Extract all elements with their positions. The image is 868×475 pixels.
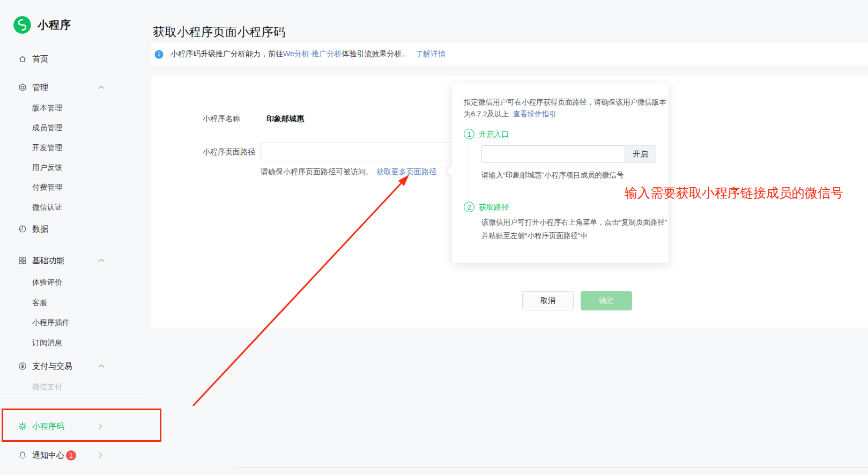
brand: 小程序 xyxy=(13,16,71,34)
sidebar-item-label: 小程序码 xyxy=(32,421,64,432)
sidebar-item-label: 版本管理 xyxy=(32,103,62,113)
sidebar-item-member-manage[interactable]: 成员管理 xyxy=(0,122,151,135)
sidebar-item-label: 小程序插件 xyxy=(32,318,70,328)
miniprogram-console-page: 小程序 首页 管理 版本管理 成员管理 开发管理 用户反馈 付费管理 微信认证 xyxy=(0,0,868,475)
step2-number: 2 xyxy=(464,202,474,212)
chevron-up-icon[interactable] xyxy=(98,258,105,263)
sidebar-item-label: 管理 xyxy=(32,83,48,93)
miniprogram-logo-icon xyxy=(13,16,31,34)
sidebar-item-label: 通知中心 xyxy=(32,450,64,461)
sidebar-item-label: 付费管理 xyxy=(32,183,62,192)
home-icon xyxy=(18,55,27,63)
chevron-up-icon[interactable] xyxy=(98,85,105,90)
sparkle-code-icon xyxy=(18,422,27,431)
brand-name: 小程序 xyxy=(38,18,71,32)
step1-title: 开启入口 xyxy=(479,130,509,139)
popover-intro: 指定微信用户可在小程序获得页面路径，请确保该用户微信版本为6.7.2及以上 查看… xyxy=(464,97,669,120)
sidebar-item-plugins[interactable]: 小程序插件 xyxy=(0,316,151,329)
sidebar-item-version-manage[interactable]: 版本管理 xyxy=(0,102,151,115)
sidebar-item-label: 用户反馈 xyxy=(32,163,62,173)
yuan-circle-icon xyxy=(18,362,27,370)
miniprogram-name-label: 小程序名称 xyxy=(203,114,240,124)
sidebar: 小程序 首页 管理 版本管理 成员管理 开发管理 用户反馈 付费管理 微信认证 xyxy=(0,0,151,475)
step2-line1: 该微信用户可打开小程序右上角菜单，点击“复制页面路径” xyxy=(481,216,667,229)
hexagon-manage-icon xyxy=(18,83,27,92)
sidebar-item-manage[interactable]: 管理 xyxy=(0,81,151,94)
page-path-helper: 请确保小程序页面路径可被访问。获取更多页面路径 xyxy=(261,167,436,177)
step1-help: 请输入“印象邮城惠”小程序项目成员的微信号 xyxy=(481,170,624,180)
sidebar-item-customer-service[interactable]: 客服 xyxy=(0,296,151,309)
chevron-right-icon xyxy=(98,423,102,429)
sidebar-item-miniprogram-code[interactable]: 小程序码 xyxy=(0,420,151,433)
step2-line2: 并粘贴至左侧“小程序页面路径”中 xyxy=(481,229,667,242)
open-button[interactable]: 开启 xyxy=(625,145,656,163)
notice-text-after: 体验引流效果分析。 xyxy=(342,49,409,58)
page-path-helper-text: 请确保小程序页面路径可被访问。 xyxy=(261,167,373,176)
sidebar-item-home[interactable]: 首页 xyxy=(0,53,151,65)
footer-divider xyxy=(234,467,868,468)
view-guide-link[interactable]: 查看操作指引 xyxy=(513,110,557,118)
bell-icon xyxy=(18,451,27,459)
sidebar-item-experience-review[interactable]: 体验评价 xyxy=(0,276,151,289)
sidebar-item-label: 数据 xyxy=(32,224,48,234)
page-path-label: 小程序页面路径 xyxy=(203,147,255,157)
get-path-popover: 指定微信用户可在小程序获得页面路径，请确保该用户微信版本为6.7.2及以上 查看… xyxy=(452,83,669,263)
sidebar-item-notification-center[interactable]: 通知中心 1 xyxy=(0,449,151,462)
pie-data-icon xyxy=(18,225,27,233)
notification-badge: 1 xyxy=(66,450,76,461)
popover-intro-text: 指定微信用户可在小程序获得页面路径，请确保该用户微信版本为6.7.2及以上 xyxy=(464,98,666,118)
chevron-up-icon[interactable] xyxy=(98,364,105,368)
miniprogram-name-value: 印象邮城惠 xyxy=(266,114,304,124)
wechat-id-input[interactable] xyxy=(481,145,625,163)
sidebar-item-pay-manage[interactable]: 付费管理 xyxy=(0,181,151,194)
sidebar-item-label: 体验评价 xyxy=(32,278,62,287)
sidebar-item-label: 基础功能 xyxy=(32,256,64,266)
sidebar-item-data[interactable]: 数据 xyxy=(0,222,151,235)
info-icon xyxy=(154,50,164,61)
cancel-button[interactable]: 取消 xyxy=(522,291,574,310)
sidebar-item-subscribe-message[interactable]: 订阅消息 xyxy=(0,337,151,350)
sidebar-item-dev-manage[interactable]: 开发管理 xyxy=(0,142,151,154)
get-more-paths-link[interactable]: 获取更多页面路径 xyxy=(376,167,436,176)
sidebar-item-label: 微信支付 xyxy=(32,382,62,392)
notice-text: 小程序码升级推广分析能力，前往We分析-推广分析体验引流效果分析。 了解详情 xyxy=(170,49,446,59)
learn-more-link[interactable]: 了解详情 xyxy=(416,49,446,58)
notice-bar: 小程序码升级推广分析能力，前往We分析-推广分析体验引流效果分析。 了解详情 xyxy=(151,43,868,65)
sidebar-item-label: 客服 xyxy=(32,298,47,308)
sidebar-item-label: 开发管理 xyxy=(32,143,62,153)
sidebar-item-payment-trade[interactable]: 支付与交易 xyxy=(0,360,151,373)
sidebar-item-wechat-verify[interactable]: 微信认证 xyxy=(0,201,151,214)
step2-title: 获取路径 xyxy=(479,203,509,212)
page-title: 获取小程序页面小程序码 xyxy=(153,24,286,40)
sidebar-item-label: 订阅消息 xyxy=(32,338,62,348)
chevron-right-icon xyxy=(98,452,102,458)
blocks-icon xyxy=(18,256,27,265)
we-analytics-link[interactable]: We分析-推广分析 xyxy=(283,49,342,58)
confirm-button[interactable]: 确定 xyxy=(581,291,632,310)
step-connector-line xyxy=(469,142,469,201)
sidebar-item-wechat-pay[interactable]: 微信支付 xyxy=(0,381,151,394)
notice-text-before: 小程序码升级推广分析能力，前往 xyxy=(170,49,283,58)
sidebar-item-label: 首页 xyxy=(32,54,48,64)
step1-number: 1 xyxy=(464,129,474,139)
sidebar-item-label: 成员管理 xyxy=(32,123,62,133)
sidebar-item-user-feedback[interactable]: 用户反馈 xyxy=(0,161,151,174)
step2-description: 该微信用户可打开小程序右上角菜单，点击“复制页面路径” 并粘贴至左侧“小程序页面… xyxy=(481,216,667,242)
sidebar-item-basic-features[interactable]: 基础功能 xyxy=(0,254,151,267)
sidebar-divider xyxy=(0,398,151,398)
sidebar-item-label: 支付与交易 xyxy=(32,361,72,372)
sidebar-item-label: 微信认证 xyxy=(32,203,62,212)
